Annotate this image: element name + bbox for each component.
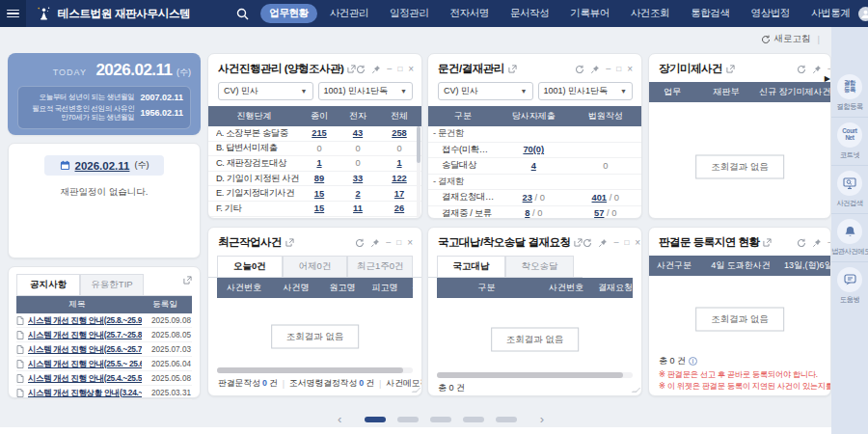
notice-external-link-icon[interactable] bbox=[183, 276, 192, 285]
rail-item-judge-case-memo[interactable]: 법관사건메모 bbox=[831, 214, 868, 262]
doc-approval-select-0[interactable]: CV) 민사▼ bbox=[438, 82, 533, 100]
open-window-icon[interactable] bbox=[347, 65, 356, 73]
notice-link[interactable]: 시스템 개선 진행 안내(25.7.~25.8.) bbox=[28, 330, 142, 340]
pagination-next-icon[interactable]: › bbox=[540, 413, 544, 425]
count-value[interactable]: 258 bbox=[377, 128, 421, 138]
count-value[interactable]: 4 bbox=[531, 161, 536, 171]
minimize-icon[interactable]: – bbox=[613, 238, 618, 247]
case-progress-select-1[interactable]: 1001) 민사1단독▼ bbox=[318, 82, 414, 100]
user-avatar[interactable] bbox=[858, 7, 868, 21]
notice-tab-1[interactable]: 유용한TIP bbox=[80, 274, 144, 295]
close-icon[interactable]: × bbox=[407, 238, 413, 248]
pin-icon[interactable] bbox=[598, 238, 608, 248]
refresh-icon[interactable] bbox=[583, 238, 592, 248]
recent-work-tab-2[interactable]: 최근1주0건 bbox=[347, 256, 413, 277]
nav-item-1[interactable]: 사건관리 bbox=[321, 4, 377, 23]
schedule-date-button[interactable]: 2026.02.11 (수) bbox=[44, 155, 165, 176]
nav-item-6[interactable]: 사건조회 bbox=[622, 4, 678, 23]
nav-item-9[interactable]: 사법통계 bbox=[802, 4, 858, 23]
maximize-icon[interactable]: □ bbox=[396, 239, 401, 247]
nav-item-0[interactable]: 업무현황 bbox=[260, 4, 316, 23]
pin-icon[interactable] bbox=[812, 238, 822, 248]
notice-link[interactable]: 시스템 개선 진행 안내(25.8.~25.9.) bbox=[28, 315, 142, 326]
scroll-right-icon[interactable]: ▶ bbox=[825, 75, 830, 83]
doc-approval-select-1[interactable]: 1001) 민사1단독▼ bbox=[538, 82, 634, 100]
count-value[interactable]: 70(0) bbox=[523, 145, 544, 154]
minimize-icon[interactable]: – bbox=[387, 65, 392, 73]
nav-item-2[interactable]: 일정관리 bbox=[381, 4, 437, 23]
count-value[interactable]: 2 bbox=[339, 189, 377, 199]
refresh-icon[interactable] bbox=[797, 65, 806, 74]
rail-item-case-search[interactable]: 사건검색 bbox=[831, 166, 868, 214]
refresh-page-button[interactable]: 새로고침| bbox=[761, 33, 820, 45]
count-value[interactable]: 33 bbox=[339, 174, 377, 183]
nav-item-5[interactable]: 기록뷰어 bbox=[561, 4, 617, 23]
pagination-dot-0[interactable] bbox=[365, 417, 386, 422]
rail-item-defect-register[interactable]: 결함등록결함등록 bbox=[831, 69, 868, 118]
count-value[interactable]: 15 bbox=[300, 203, 339, 213]
pin-icon[interactable] bbox=[370, 238, 380, 248]
nav-item-8[interactable]: 영상법정 bbox=[743, 4, 799, 23]
notice-tab-0[interactable]: 공지사항 bbox=[16, 274, 80, 295]
nav-item-3[interactable]: 전자서명 bbox=[442, 4, 498, 23]
pagination-dot-3[interactable] bbox=[463, 417, 484, 422]
info-icon[interactable]: i bbox=[689, 357, 697, 366]
count-value[interactable]: 23 bbox=[523, 193, 532, 203]
notice-link[interactable]: 시스템 개선 진행 안내(25.4.~25.5.) bbox=[28, 373, 142, 384]
pagination-prev-icon[interactable]: ‹ bbox=[338, 413, 341, 425]
nav-item-4[interactable]: 문서작성 bbox=[502, 4, 557, 23]
recent-work-tab-0[interactable]: 오늘0건 bbox=[217, 256, 283, 277]
case-progress-select-0[interactable]: CV) 민사▼ bbox=[218, 82, 313, 100]
count-value[interactable]: 401 bbox=[592, 193, 608, 203]
open-window-icon[interactable] bbox=[574, 238, 583, 247]
open-window-icon[interactable] bbox=[763, 238, 772, 247]
treasury-tab-0[interactable]: 국고대납 bbox=[437, 256, 505, 277]
notice-link[interactable]: 시스템 개선 진행 안내(25.5.~ 25.6.) bbox=[28, 359, 142, 369]
notice-link[interactable]: 시스템 개선 진행 안내(25.6.~25.7.) bbox=[28, 344, 142, 355]
count-value[interactable]: 89 bbox=[300, 174, 339, 183]
rail-item-help-room[interactable]: 도움방 bbox=[831, 262, 868, 310]
pin-icon[interactable] bbox=[812, 65, 822, 74]
count-value[interactable]: 15 bbox=[300, 189, 339, 199]
pin-icon[interactable] bbox=[590, 65, 600, 74]
maximize-icon[interactable]: □ bbox=[616, 66, 621, 73]
refresh-icon[interactable] bbox=[355, 238, 365, 248]
close-icon[interactable]: × bbox=[408, 65, 414, 74]
minimize-icon[interactable]: – bbox=[386, 238, 391, 247]
open-window-icon[interactable] bbox=[508, 65, 517, 73]
minimize-icon[interactable]: – bbox=[606, 65, 610, 73]
count-value[interactable]: 17 bbox=[377, 189, 421, 199]
count-value[interactable]: 26 bbox=[377, 203, 421, 213]
maximize-icon[interactable]: □ bbox=[624, 239, 629, 247]
count-value[interactable]: 215 bbox=[300, 128, 339, 138]
pagination-dot-1[interactable] bbox=[397, 417, 419, 422]
pagination-dot-2[interactable] bbox=[430, 417, 451, 422]
rail-item-courtnet[interactable]: CourtNet코트넷 bbox=[831, 118, 868, 166]
refresh-icon[interactable] bbox=[797, 238, 806, 248]
refresh-icon[interactable] bbox=[356, 65, 366, 74]
open-window-icon[interactable] bbox=[285, 238, 294, 247]
close-icon[interactable]: × bbox=[635, 238, 640, 248]
count-value[interactable]: 43 bbox=[339, 128, 377, 138]
open-window-icon[interactable] bbox=[726, 65, 735, 73]
horizontal-scrollbar[interactable] bbox=[437, 372, 633, 378]
nav-item-7[interactable]: 통합검색 bbox=[682, 4, 738, 23]
count-value[interactable]: 8 bbox=[525, 208, 529, 218]
search-icon[interactable] bbox=[236, 8, 249, 20]
count-value[interactable]: 57 bbox=[594, 208, 604, 218]
count-value[interactable]: 11 bbox=[339, 203, 377, 213]
notice-link[interactable]: 시스템 개선 진행상황 안내(3.24.~… bbox=[28, 388, 142, 398]
refresh-icon[interactable] bbox=[575, 65, 584, 74]
vertical-scrollbar[interactable] bbox=[417, 126, 420, 218]
horizontal-scrollbar[interactable] bbox=[217, 367, 413, 373]
close-icon[interactable]: × bbox=[627, 65, 633, 74]
pagination-dot-4[interactable] bbox=[496, 417, 517, 422]
treasury-tab-1[interactable]: 착오송달 bbox=[505, 256, 574, 277]
count-value[interactable]: 1 bbox=[377, 158, 421, 168]
pin-icon[interactable] bbox=[371, 65, 381, 74]
count-value[interactable]: 122 bbox=[377, 174, 421, 183]
hamburger-menu-icon[interactable] bbox=[0, 0, 26, 27]
maximize-icon[interactable]: □ bbox=[397, 66, 402, 73]
count-value[interactable]: 1 bbox=[300, 158, 339, 168]
recent-work-tab-1[interactable]: 어제0건 bbox=[283, 256, 348, 277]
